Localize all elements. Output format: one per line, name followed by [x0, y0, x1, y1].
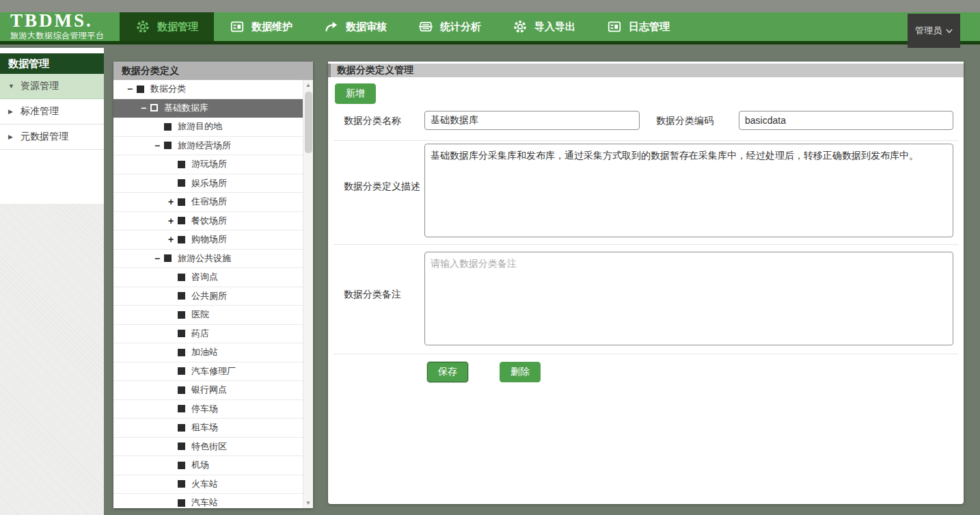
sidebar-item-标准管理[interactable]: ▶标准管理 — [0, 99, 104, 124]
tree-node-娱乐场所[interactable]: 娱乐场所 — [113, 174, 303, 194]
sidebar-item-元数据管理[interactable]: ▶元数据管理 — [0, 124, 104, 150]
tree-node-医院[interactable]: 医院 — [113, 306, 303, 325]
node-square-icon — [137, 85, 144, 93]
tree-node-游玩场所[interactable]: 游玩场所 — [113, 155, 303, 174]
tree-node-购物场所[interactable]: +购物场所 — [113, 230, 303, 250]
nav-item-数据维护[interactable]: 数据维护 — [214, 12, 308, 41]
tree-node-汽车修理厂[interactable]: 汽车修理厂 — [113, 362, 303, 382]
tree-node-停车场[interactable]: 停车场 — [113, 400, 303, 419]
news-icon — [230, 19, 245, 34]
tree-node-汽车站[interactable]: 汽车站 — [113, 494, 303, 508]
tree-node-公共厕所[interactable]: 公共厕所 — [113, 287, 303, 306]
tree-node-咨询点[interactable]: 咨询点 — [113, 268, 303, 287]
tree-body: −数据分类−基础数据库旅游目的地−旅游经营场所游玩场所娱乐场所+住宿场所+餐饮场… — [113, 80, 313, 508]
triangle-down-icon: ▼ — [8, 83, 15, 90]
list-icon — [418, 19, 433, 34]
app-header: TBDMS. 旅游大数据综合管理平台 数据管理 数据维护 数据审核 统计分析 导… — [0, 12, 980, 44]
node-square-icon — [178, 480, 185, 488]
tree-node-label: 数据分类 — [150, 83, 186, 95]
tree-node-药店[interactable]: 药店 — [113, 325, 303, 344]
sidebar-item-label: 资源管理 — [21, 80, 59, 92]
nav-item-label: 导入导出 — [534, 21, 575, 34]
news-icon — [607, 19, 622, 34]
nav-item-label: 统计分析 — [440, 21, 481, 34]
name-input[interactable] — [424, 111, 640, 130]
tree-node-租车场[interactable]: 租车场 — [113, 419, 303, 438]
chevron-down-icon — [946, 29, 953, 34]
code-input[interactable] — [739, 111, 953, 130]
tree-node-label: 停车场 — [191, 403, 218, 415]
tree-node-旅游公共设施[interactable]: −旅游公共设施 — [113, 250, 303, 269]
panel-header: 数据分类定义管理 — [328, 64, 964, 77]
collapse-icon[interactable]: − — [123, 83, 137, 94]
tree-node-label: 租车场 — [191, 421, 218, 434]
tree-panel-title: 数据分类定义 — [113, 62, 313, 80]
node-square-icon — [178, 349, 185, 356]
divider — [334, 140, 958, 141]
node-square-icon — [150, 104, 158, 111]
tree-rows: −数据分类−基础数据库旅游目的地−旅游经营场所游玩场所娱乐场所+住宿场所+餐饮场… — [113, 80, 303, 508]
nav-item-日志管理[interactable]: 日志管理 — [591, 12, 685, 41]
app-logo: TBDMS. 旅游大数据综合管理平台 — [0, 12, 120, 41]
sidebar-item-资源管理[interactable]: ▼资源管理 — [0, 74, 104, 99]
tree-scrollbar[interactable]: ▲ ▼ — [303, 80, 313, 508]
node-square-icon — [178, 443, 185, 450]
tree-node-餐饮场所[interactable]: +餐饮场所 — [113, 212, 303, 231]
expand-icon[interactable]: + — [164, 234, 178, 245]
tree-node-label: 汽车修理厂 — [191, 365, 236, 378]
tree-node-旅游经营场所[interactable]: −旅游经营场所 — [113, 137, 303, 156]
tree-node-住宿场所[interactable]: +住宿场所 — [113, 193, 303, 212]
tree-node-label: 娱乐场所 — [191, 177, 227, 189]
add-button[interactable]: 新增 — [335, 83, 376, 104]
nav-item-label: 数据管理 — [157, 21, 198, 34]
tree-node-加油站[interactable]: 加油站 — [113, 343, 303, 362]
expand-icon[interactable]: + — [164, 215, 178, 226]
tree-node-特色街区[interactable]: 特色街区 — [113, 438, 303, 457]
nav-item-导入导出[interactable]: 导入导出 — [497, 12, 591, 41]
scroll-up-icon[interactable]: ▲ — [303, 80, 313, 90]
tree-node-旅游目的地[interactable]: 旅游目的地 — [113, 118, 303, 137]
tree-node-基础数据库[interactable]: −基础数据库 — [113, 99, 303, 118]
node-square-icon — [178, 311, 185, 319]
description-label: 数据分类定义描述 — [344, 181, 420, 192]
nav-item-label: 日志管理 — [629, 21, 670, 34]
node-square-icon — [178, 424, 185, 432]
panel-title: 数据分类定义管理 — [337, 64, 413, 77]
description-textarea[interactable]: 基础数据库分采集库和发布库，通过采集方式取到的数据暂存在采集库中，经过处理后，转… — [424, 144, 953, 237]
tree-node-label: 加油站 — [191, 346, 218, 358]
tree-node-火车站[interactable]: 火车站 — [113, 475, 303, 494]
sidebar-item-label: 标准管理 — [21, 105, 59, 118]
tree-node-机场[interactable]: 机场 — [113, 456, 303, 475]
scrollbar-thumb[interactable] — [305, 92, 312, 153]
divider — [334, 244, 958, 245]
remark-textarea[interactable] — [424, 252, 953, 345]
tree-node-label: 购物场所 — [191, 233, 227, 246]
tree-node-label: 餐饮场所 — [191, 215, 227, 227]
node-square-icon — [178, 274, 185, 281]
nav-item-数据管理[interactable]: 数据管理 — [120, 12, 214, 41]
node-square-icon — [164, 123, 172, 131]
gear-icon — [135, 19, 150, 34]
tree-node-label: 游玩场所 — [191, 158, 227, 170]
scroll-down-icon[interactable]: ▼ — [303, 498, 313, 508]
sidebar-title: 数据管理 — [0, 53, 104, 74]
node-square-icon — [178, 161, 185, 168]
collapse-icon[interactable]: − — [150, 140, 164, 151]
tree-node-label: 药店 — [191, 328, 209, 340]
delete-button[interactable]: 删除 — [500, 362, 541, 382]
node-square-icon — [178, 179, 185, 187]
category-detail-panel: 数据分类定义管理 新增 数据分类名称 数据分类编码 数据分类定义描述 基础数据库… — [328, 62, 964, 504]
tree-node-数据分类[interactable]: −数据分类 — [113, 80, 303, 99]
collapse-icon[interactable]: − — [150, 253, 164, 264]
nav-item-统计分析[interactable]: 统计分析 — [403, 12, 497, 41]
name-label: 数据分类名称 — [344, 115, 401, 126]
save-button[interactable]: 保存 — [427, 362, 468, 382]
tree-node-银行网点[interactable]: 银行网点 — [113, 381, 303, 400]
gear-icon — [513, 19, 528, 34]
triangle-right-icon: ▶ — [8, 108, 15, 115]
nav-item-数据审核[interactable]: 数据审核 — [308, 12, 403, 41]
collapse-icon[interactable]: − — [137, 103, 150, 114]
expand-icon[interactable]: + — [164, 196, 178, 207]
user-menu[interactable]: 管理员 — [908, 14, 960, 48]
logo-text: TBDMS. — [10, 12, 120, 29]
